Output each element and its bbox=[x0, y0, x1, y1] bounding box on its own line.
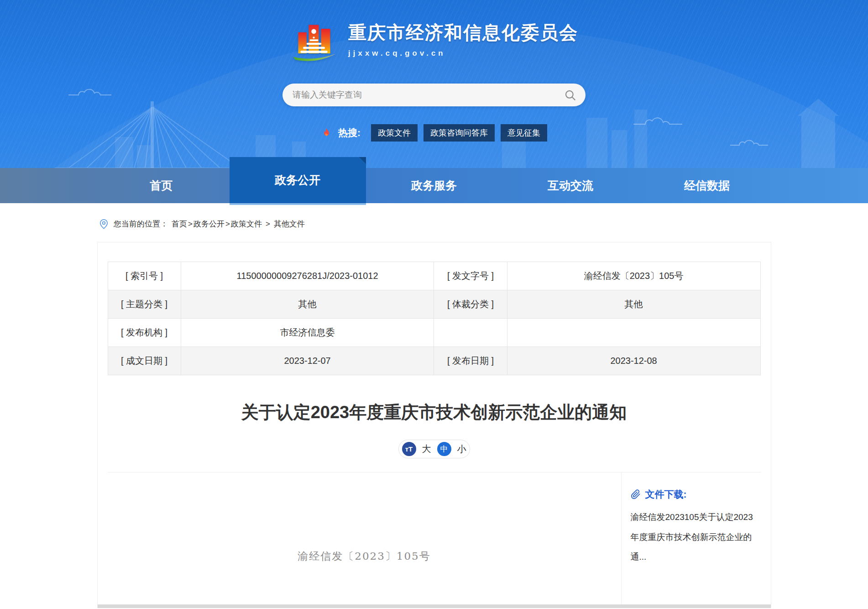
nav-item-government-disclosure[interactable]: 政务公开 bbox=[230, 157, 366, 203]
hot-tag-policy-qa-library[interactable]: 政策咨询问答库 bbox=[424, 124, 495, 142]
flame-icon bbox=[321, 127, 332, 139]
breadcrumb-separator: > bbox=[188, 220, 193, 229]
meta-label-genre-category: [ 体裁分类 ] bbox=[434, 290, 507, 319]
meta-value-index-number: 11500000009276281J/2023-01012 bbox=[181, 262, 434, 290]
font-size-medium-button[interactable]: 中 bbox=[437, 442, 451, 456]
site-header: 重庆市经济和信息化委员会 jjxxw.cq.gov.cn 热搜: 政策文件 政策… bbox=[0, 0, 868, 203]
search-button[interactable] bbox=[564, 89, 576, 101]
meta-label-document-number: [ 发文字号 ] bbox=[434, 262, 507, 290]
breadcrumb-policy-files[interactable]: 政策文件 bbox=[231, 219, 262, 229]
hot-search-label: 热搜: bbox=[338, 126, 361, 139]
meta-value-empty bbox=[507, 319, 760, 347]
meta-label-publish-date: [ 发布日期 ] bbox=[434, 347, 507, 375]
site-url: jjxxw.cq.gov.cn bbox=[348, 49, 578, 58]
meta-value-genre-category: 其他 bbox=[507, 290, 760, 319]
breadcrumb-label: 您当前的位置： bbox=[114, 219, 168, 229]
download-label: 文件下载: bbox=[645, 488, 687, 501]
table-row: [ 成文日期 ] 2023-12-07 [ 发布日期 ] 2023-12-08 bbox=[108, 347, 760, 375]
hot-tag-opinion-collection[interactable]: 意见征集 bbox=[501, 124, 547, 142]
document-body: 渝经信发〔2023〕105号 bbox=[108, 472, 621, 604]
breadcrumb-government-disclosure[interactable]: 政务公开 bbox=[193, 219, 225, 229]
search-icon bbox=[564, 89, 576, 101]
font-size-small-button[interactable]: 小 bbox=[457, 443, 466, 455]
download-header: 文件下载: bbox=[631, 488, 756, 501]
nav-item-interaction[interactable]: 互动交流 bbox=[502, 168, 639, 203]
bottom-divider bbox=[98, 604, 771, 608]
meta-label-empty bbox=[434, 319, 507, 347]
content-card: [ 索引号 ] 11500000009276281J/2023-01012 [ … bbox=[97, 242, 771, 608]
breadcrumb-separator: > bbox=[266, 220, 270, 229]
breadcrumb: 您当前的位置： 首页 > 政务公开 > 政策文件 > 其他文件 bbox=[99, 219, 868, 229]
document-section: 渝经信发〔2023〕105号 文件下载: 渝经信发2023105关于认定2023… bbox=[108, 472, 761, 604]
location-pin-icon bbox=[99, 219, 109, 229]
font-size-controls: тT 大 中 小 bbox=[398, 440, 470, 458]
nav-item-home[interactable]: 首页 bbox=[93, 168, 230, 203]
meta-value-document-number: 渝经信发〔2023〕105号 bbox=[507, 262, 760, 290]
meta-value-issuing-agency: 市经济信息委 bbox=[181, 319, 434, 347]
meta-label-index-number: [ 索引号 ] bbox=[108, 262, 181, 290]
table-row: [ 主题分类 ] 其他 [ 体裁分类 ] 其他 bbox=[108, 290, 760, 319]
meta-value-topic-category: 其他 bbox=[181, 290, 434, 319]
font-resize-icon: тT bbox=[402, 442, 416, 456]
nav-item-government-services[interactable]: 政务服务 bbox=[366, 168, 502, 203]
nav-item-economic-data[interactable]: 经信数据 bbox=[639, 168, 775, 203]
site-logo-icon bbox=[290, 19, 339, 63]
hot-tag-policy-files[interactable]: 政策文件 bbox=[371, 124, 418, 142]
meta-label-written-date: [ 成文日期 ] bbox=[108, 347, 181, 375]
main-nav: 首页 政务公开 政务服务 互动交流 经信数据 bbox=[0, 168, 868, 203]
meta-value-written-date: 2023-12-07 bbox=[181, 347, 434, 375]
search-bar bbox=[282, 84, 586, 106]
site-brand[interactable]: 重庆市经济和信息化委员会 jjxxw.cq.gov.cn bbox=[0, 19, 868, 63]
meta-value-publish-date: 2023-12-08 bbox=[507, 347, 760, 375]
breadcrumb-home[interactable]: 首页 bbox=[172, 219, 187, 229]
breadcrumb-separator: > bbox=[225, 220, 230, 229]
meta-label-topic-category: [ 主题分类 ] bbox=[108, 290, 181, 319]
search-input[interactable] bbox=[292, 89, 564, 100]
document-meta-table: [ 索引号 ] 11500000009276281J/2023-01012 [ … bbox=[108, 262, 761, 375]
article-title: 关于认定2023年度重庆市技术创新示范企业的通知 bbox=[108, 401, 761, 424]
meta-label-issuing-agency: [ 发布机构 ] bbox=[108, 319, 181, 347]
hot-search-row: 热搜: 政策文件 政策咨询问答库 意见征集 bbox=[0, 124, 868, 142]
table-row: [ 发布机构 ] 市经济信息委 bbox=[108, 319, 760, 347]
site-title: 重庆市经济和信息化委员会 bbox=[348, 20, 578, 45]
document-number-text: 渝经信发〔2023〕105号 bbox=[108, 549, 621, 563]
download-sidebar: 文件下载: 渝经信发2023105关于认定2023年度重庆市技术创新示范企业的通… bbox=[621, 472, 761, 604]
font-size-large-button[interactable]: 大 bbox=[422, 443, 431, 455]
download-file-link[interactable]: 渝经信发2023105关于认定2023年度重庆市技术创新示范企业的通... bbox=[631, 507, 756, 567]
paperclip-icon bbox=[631, 489, 641, 499]
breadcrumb-other-files[interactable]: 其他文件 bbox=[274, 219, 305, 229]
table-row: [ 索引号 ] 11500000009276281J/2023-01012 [ … bbox=[108, 262, 760, 290]
